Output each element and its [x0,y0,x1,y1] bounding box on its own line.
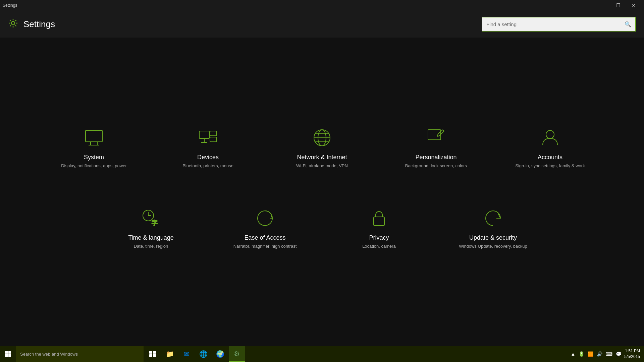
settings-row-2: 字 Time & language Date, time, region Eas… [94,192,550,265]
svg-rect-1 [86,130,102,142]
svg-rect-28 [149,351,152,354]
svg-rect-7 [210,137,217,142]
notification-icon[interactable]: 💬 [616,351,622,357]
accounts-subtitle: Sign-in, sync settings, family & work [515,163,585,169]
settings-row-1: System Display, notifications, apps, pow… [37,111,607,185]
tile-devices[interactable]: Devices Bluetooth, printers, mouse [151,111,265,185]
svg-text:字: 字 [152,220,158,226]
tray-expand-icon[interactable]: ▲ [571,351,575,357]
title-bar: Settings — ❐ ✕ [0,0,644,11]
privacy-subtitle: Location, camera [362,243,396,249]
clock-time: 1:51 PM [624,348,640,354]
system-title: System [84,154,104,161]
tile-system[interactable]: System Display, notifications, apps, pow… [37,111,151,185]
tile-personalization[interactable]: Personalization Background, lock screen,… [379,111,493,185]
title-bar-text: Settings [3,3,17,8]
update-title: Update & security [469,234,517,241]
personalization-title: Personalization [415,154,457,161]
file-explorer-icon: 📁 [166,350,174,358]
svg-point-21 [546,130,554,138]
title-bar-label: Settings [3,3,17,8]
wifi-icon: 📶 [588,351,593,357]
svg-point-0 [11,21,15,25]
tile-ease[interactable]: Ease of Access Narrator, magnifier, high… [208,192,322,265]
ease-subtitle: Narrator, magnifier, high contrast [233,243,297,249]
network-title: Network & Internet [297,154,347,161]
privacy-title: Privacy [369,234,389,241]
search-input[interactable] [482,21,621,27]
time-subtitle: Date, time, region [134,243,168,249]
restore-button[interactable]: ❐ [610,0,626,11]
taskbar-clock[interactable]: 1:51 PM 5/5/2015 [624,348,640,360]
ie-icon: 🌐 [199,350,208,358]
windows-icon [5,351,11,357]
network-icon [311,127,333,148]
mail-icon: ✉ [184,350,190,358]
system-subtitle: Display, notifications, apps, power [61,163,127,169]
time-icon: 字 [140,207,162,229]
minimize-button[interactable]: — [595,0,610,11]
settings-title-group: Settings [8,18,55,31]
svg-rect-27 [374,217,384,226]
svg-rect-30 [149,354,152,357]
settings-taskbar-icon: ⚙ [234,350,240,358]
svg-rect-6 [210,131,217,136]
close-button[interactable]: ✕ [626,0,641,11]
personalization-icon [425,127,447,148]
ease-icon [254,207,276,229]
svg-line-17 [443,130,444,131]
search-box[interactable]: 🔍 [482,17,636,32]
settings-gear-icon [8,18,18,31]
search-button[interactable]: 🔍 [621,17,635,32]
ease-title: Ease of Access [244,234,285,241]
accounts-title: Accounts [538,154,562,161]
tile-accounts[interactable]: Accounts Sign-in, sync settings, family … [493,111,607,185]
system-tray: ▲ 🔋 📶 🔊 ⌨ 💬 [571,351,622,357]
system-icon [83,127,105,148]
devices-title: Devices [197,154,219,161]
privacy-icon [368,207,390,229]
personalization-subtitle: Background, lock screen, colors [405,163,467,169]
browser-button[interactable]: 🌍 [212,346,228,362]
tile-privacy[interactable]: Privacy Location, camera [322,192,436,265]
file-explorer-button[interactable]: 📁 [162,346,178,362]
svg-rect-29 [153,351,156,354]
accounts-icon [539,127,561,148]
main-content: System Display, notifications, apps, pow… [0,38,644,346]
keyboard-icon: ⌨ [606,351,612,357]
taskbar: Search the web and Windows 📁 ✉ 🌐 🌍 ⚙ [0,346,644,362]
time-title: Time & language [128,234,173,241]
ie-button[interactable]: 🌐 [195,346,211,362]
start-button[interactable] [0,346,16,362]
devices-subtitle: Bluetooth, printers, mouse [182,163,233,169]
globe-icon: 🌍 [216,350,224,358]
svg-rect-5 [199,131,209,138]
window-controls: — ❐ ✕ [595,0,641,11]
svg-rect-15 [428,130,441,140]
settings-title: Settings [23,19,55,29]
settings-header: Settings 🔍 [0,11,644,38]
taskbar-search[interactable]: Search the web and Windows [16,346,144,362]
update-subtitle: Windows Update, recovery, backup [459,243,527,249]
mail-button[interactable]: ✉ [178,346,195,362]
tile-time[interactable]: 字 Time & language Date, time, region [94,192,208,265]
devices-icon [197,127,219,148]
tile-network[interactable]: Network & Internet Wi-Fi, airplane mode,… [265,111,379,185]
network-subtitle: Wi-Fi, airplane mode, VPN [296,163,348,169]
task-view-button[interactable] [145,346,161,362]
settings-taskbar-button[interactable]: ⚙ [229,346,245,362]
clock-date: 5/5/2015 [624,354,640,360]
taskbar-search-text: Search the web and Windows [20,352,78,357]
battery-icon: 🔋 [579,351,584,357]
tile-update[interactable]: Update & security Windows Update, recove… [436,192,550,265]
update-icon [482,207,504,229]
volume-icon[interactable]: 🔊 [597,351,602,357]
svg-rect-31 [153,354,156,357]
taskbar-apps: 📁 ✉ 🌐 🌍 ⚙ [144,346,246,362]
taskbar-right: ▲ 🔋 📶 🔊 ⌨ 💬 1:51 PM 5/5/2015 [567,346,644,362]
